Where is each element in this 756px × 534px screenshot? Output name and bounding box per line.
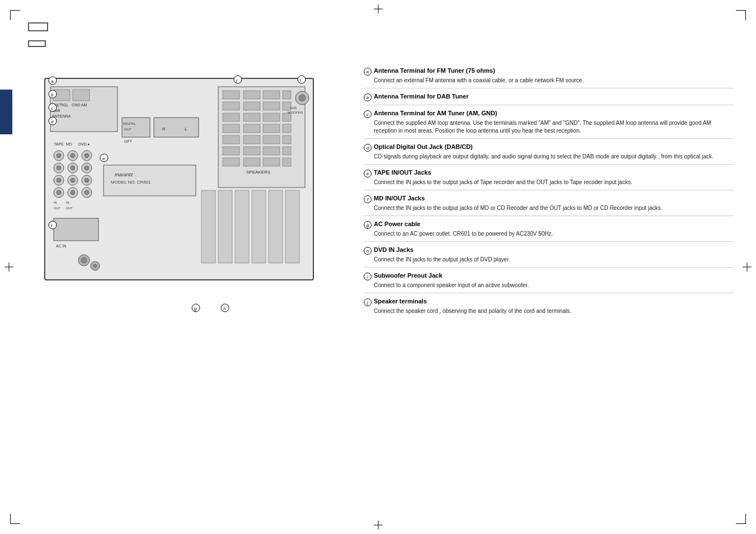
- svg-text:SPEAKERS: SPEAKERS: [246, 170, 270, 175]
- svg-point-59: [84, 166, 89, 170]
- desc-label-a: a: [364, 68, 372, 76]
- svg-point-51: [71, 153, 75, 158]
- desc-label-g: g: [364, 221, 372, 229]
- svg-rect-27: [243, 158, 260, 166]
- desc-title-e: eTAPE IN/OUT Jacks: [364, 169, 734, 177]
- svg-rect-2: [223, 91, 240, 99]
- svg-text:b: b: [51, 92, 54, 97]
- svg-rect-91: [235, 190, 249, 263]
- svg-text:d: d: [51, 119, 54, 124]
- svg-point-82: [81, 257, 87, 263]
- svg-point-61: [57, 178, 61, 182]
- desc-body-g: Connect to an AC power outlet. CR601 to …: [374, 230, 734, 238]
- crosshair-left: [4, 263, 13, 271]
- desc-label-d: d: [364, 144, 372, 152]
- desc-title-c: cAntenna Terminal for AM Tuner (AM, GND): [364, 110, 734, 118]
- desc-title-i: iSubwoofer Preout Jack: [364, 272, 734, 280]
- device-diagram: SPEAKERS FM(75Ω) GND AM DAB ANTENNA DIGI…: [28, 56, 341, 369]
- desc-body-i: Connect to a component speaker input of …: [374, 282, 734, 289]
- svg-text:marantz: marantz: [115, 172, 133, 177]
- svg-rect-8: [263, 102, 280, 110]
- desc-title-j: jSpeaker terminals: [364, 298, 734, 306]
- svg-rect-28: [263, 158, 280, 166]
- desc-body-f: Connect the IN jacks to the output jacks…: [374, 204, 734, 212]
- desc-section-i: iSubwoofer Preout JackConnect to a compo…: [364, 272, 734, 293]
- svg-text:DVD ▸: DVD ▸: [78, 142, 90, 146]
- svg-rect-21: [283, 135, 291, 144]
- svg-rect-93: [269, 190, 283, 263]
- desc-body-e: Connect the IN jacks to the output jacks…: [374, 179, 734, 186]
- desc-body-a: Connect an external FM antenna with a co…: [374, 77, 734, 85]
- divider-c: [364, 138, 734, 139]
- svg-rect-26: [223, 158, 240, 166]
- divider-h: [364, 267, 734, 268]
- corner-mark-tl: [10, 10, 20, 20]
- svg-rect-5: [283, 91, 291, 99]
- svg-text:IN: IN: [66, 201, 69, 204]
- svg-text:a: a: [51, 79, 54, 84]
- svg-rect-12: [263, 113, 280, 121]
- desc-title-g: gAC Power cable: [364, 221, 734, 229]
- divider-d: [364, 164, 734, 165]
- desc-title-text-i: Subwoofer Preout Jack: [374, 272, 442, 279]
- svg-point-69: [71, 190, 75, 195]
- svg-text:IN: IN: [54, 201, 57, 204]
- desc-section-d: dOptical Digital Out Jack (DAB/CD)CD sig…: [364, 143, 734, 165]
- svg-point-105: [49, 221, 57, 229]
- desc-title-text-f: MD IN/OUT Jacks: [374, 195, 425, 202]
- desc-title-text-b: Antenna Terminal for DAB Tuner: [374, 93, 469, 100]
- desc-title-h: hDVD IN Jacks: [364, 246, 734, 255]
- desc-label-h: h: [364, 247, 372, 255]
- page-title-box: [28, 22, 48, 31]
- svg-rect-79: [54, 218, 98, 241]
- rear-panel-label: [28, 40, 46, 47]
- svg-rect-92: [252, 190, 266, 263]
- desc-title-text-c: Antenna Terminal for AM Tuner (AM, GND): [374, 110, 497, 116]
- left-column: SPEAKERS FM(75Ω) GND AM DAB ANTENNA DIGI…: [17, 22, 353, 512]
- svg-rect-23: [243, 147, 260, 155]
- svg-text:OUT: OUT: [124, 128, 132, 131]
- right-column: aAntenna Terminal for FM Tuner (75 ohms)…: [364, 22, 739, 512]
- desc-section-c: cAntenna Terminal for AM Tuner (AM, GND)…: [364, 110, 734, 139]
- svg-point-49: [57, 153, 61, 158]
- svg-point-57: [71, 166, 75, 170]
- desc-body-c: Connect the supplied AM loop antenna. Us…: [374, 119, 734, 135]
- svg-point-111: [298, 76, 306, 83]
- crosshair-bottom: [374, 521, 383, 530]
- divider-b: [364, 105, 734, 105]
- svg-text:SUB: SUB: [290, 106, 297, 110]
- svg-text:GFT: GFT: [124, 139, 133, 143]
- desc-title-text-h: DVD IN Jacks: [374, 246, 414, 253]
- svg-text:OUT: OUT: [54, 207, 60, 210]
- svg-rect-18: [223, 135, 240, 144]
- corner-mark-br: [736, 514, 746, 524]
- desc-section-b: bAntenna Terminal for DAB Tuner: [364, 93, 734, 105]
- main-content: SPEAKERS FM(75Ω) GND AM DAB ANTENNA DIGI…: [17, 22, 739, 512]
- desc-section-a: aAntenna Terminal for FM Tuner (75 ohms)…: [364, 67, 734, 88]
- svg-rect-89: [201, 190, 215, 263]
- svg-text:WOOFER: WOOFER: [288, 111, 303, 114]
- svg-rect-14: [223, 124, 240, 133]
- desc-title-text-e: TAPE IN/OUT Jacks: [374, 169, 431, 176]
- svg-point-67: [57, 190, 61, 195]
- svg-point-71: [84, 190, 89, 195]
- desc-title-f: fMD IN/OUT Jacks: [364, 195, 734, 203]
- crosshair-right: [743, 263, 752, 271]
- svg-text:AC IN: AC IN: [56, 244, 67, 248]
- svg-text:c: c: [51, 106, 53, 111]
- svg-text:h: h: [223, 306, 226, 311]
- svg-rect-41: [154, 118, 199, 137]
- svg-text:R: R: [162, 127, 166, 132]
- divider-i: [364, 293, 734, 293]
- desc-label-i: i: [364, 273, 372, 280]
- svg-text:MD: MD: [66, 142, 72, 146]
- desc-title-a: aAntenna Terminal for FM Tuner (75 ohms): [364, 67, 734, 76]
- svg-point-65: [84, 178, 89, 182]
- svg-rect-11: [243, 113, 260, 121]
- svg-rect-17: [283, 124, 291, 133]
- rear-panel-svg: SPEAKERS FM(75Ω) GND AM DAB ANTENNA DIGI…: [28, 56, 330, 336]
- corner-mark-tr: [736, 10, 746, 20]
- svg-point-86: [299, 95, 306, 101]
- svg-rect-19: [243, 135, 260, 144]
- desc-body-h: Connect the IN jacks to the output jacks…: [374, 256, 734, 264]
